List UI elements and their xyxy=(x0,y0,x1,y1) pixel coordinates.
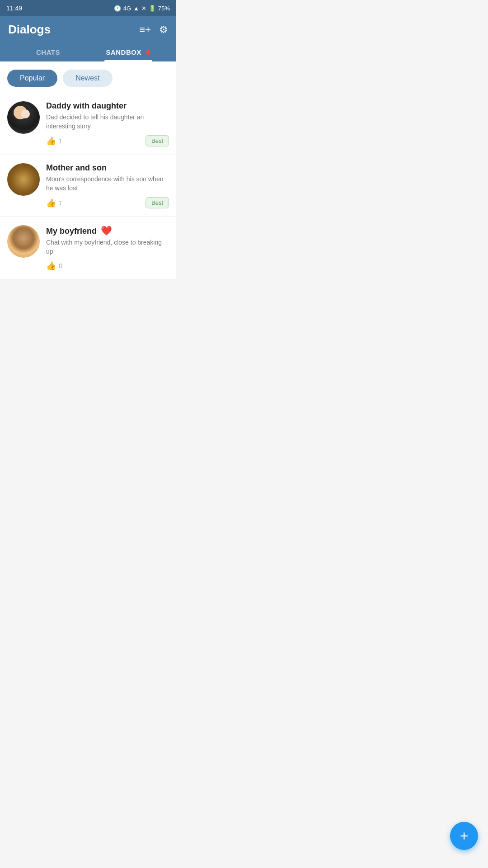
like-count: 1 xyxy=(59,137,62,145)
tab-chats[interactable]: CHATS xyxy=(8,44,88,61)
best-badge: Best xyxy=(145,197,169,208)
status-icons: 🕐 4G ▲ ✕ 🔋 75% xyxy=(114,5,170,12)
chat-content: Daddy with daughter Dad decided to tell … xyxy=(46,101,169,146)
settings-icon[interactable]: ⚙ xyxy=(159,24,168,36)
status-bar: 11:49 🕐 4G ▲ ✕ 🔋 75% xyxy=(0,0,176,16)
chat-description: Mom's correspondence with his son when h… xyxy=(46,175,169,193)
like-row: 👍 1 xyxy=(46,136,62,146)
like-row: 👍 1 xyxy=(46,198,62,208)
like-count: 0 xyxy=(59,262,62,269)
best-badge: Best xyxy=(145,135,169,146)
app-header: Dialogs ≡+ ⚙ CHATS SANDBOX xyxy=(0,16,176,61)
chat-description: Chat with my boyfriend, close to breakin… xyxy=(46,238,169,256)
chat-content: My boyfriend ❤️ Chat with my boyfriend, … xyxy=(46,225,169,270)
list-item[interactable]: Mother and son Mom's correspondence with… xyxy=(0,155,176,217)
chat-name: Daddy with daughter xyxy=(46,101,169,111)
header-top: Dialogs ≡+ ⚙ xyxy=(8,23,168,37)
avatar xyxy=(7,101,40,134)
battery-label: 75% xyxy=(158,5,170,12)
chat-content: Mother and son Mom's correspondence with… xyxy=(46,163,169,208)
chat-list: Daddy with daughter Dad decided to tell … xyxy=(0,93,176,279)
like-count: 1 xyxy=(59,199,62,207)
battery-icon: 🔋 xyxy=(149,5,156,12)
status-time: 11:49 xyxy=(6,5,22,12)
network-label: 4G xyxy=(123,5,131,12)
header-actions: ≡+ ⚙ xyxy=(139,24,168,36)
tab-sandbox[interactable]: SANDBOX xyxy=(88,44,168,61)
avatar xyxy=(7,225,40,258)
tab-bar: CHATS SANDBOX xyxy=(8,44,168,61)
chat-description: Dad decided to tell his daughter an inte… xyxy=(46,113,169,131)
chat-footer: 👍 1 Best xyxy=(46,135,169,146)
thumbs-up-icon: 👍 xyxy=(46,136,56,146)
thumbs-up-icon: 👍 xyxy=(46,198,56,208)
popular-filter-button[interactable]: Popular xyxy=(7,70,57,87)
chat-name: Mother and son xyxy=(46,163,169,173)
list-item[interactable]: My boyfriend ❤️ Chat with my boyfriend, … xyxy=(0,217,176,279)
new-list-icon[interactable]: ≡+ xyxy=(139,24,151,36)
like-row: 👍 0 xyxy=(46,261,62,271)
avatar xyxy=(7,163,40,196)
page-title: Dialogs xyxy=(8,23,51,37)
chat-footer: 👍 1 Best xyxy=(46,197,169,208)
sandbox-badge xyxy=(146,50,150,55)
signal-icon: ▲ xyxy=(133,5,139,12)
thumbs-up-icon: 👍 xyxy=(46,261,56,271)
filter-row: Popular Newest xyxy=(0,61,176,93)
data-icon: ✕ xyxy=(141,5,146,12)
heart-emoji: ❤️ xyxy=(101,226,112,236)
newest-filter-button[interactable]: Newest xyxy=(63,70,112,87)
chat-name: My boyfriend ❤️ xyxy=(46,225,169,236)
alarm-icon: 🕐 xyxy=(114,5,121,12)
chat-footer: 👍 0 xyxy=(46,261,169,271)
list-item[interactable]: Daddy with daughter Dad decided to tell … xyxy=(0,93,176,155)
